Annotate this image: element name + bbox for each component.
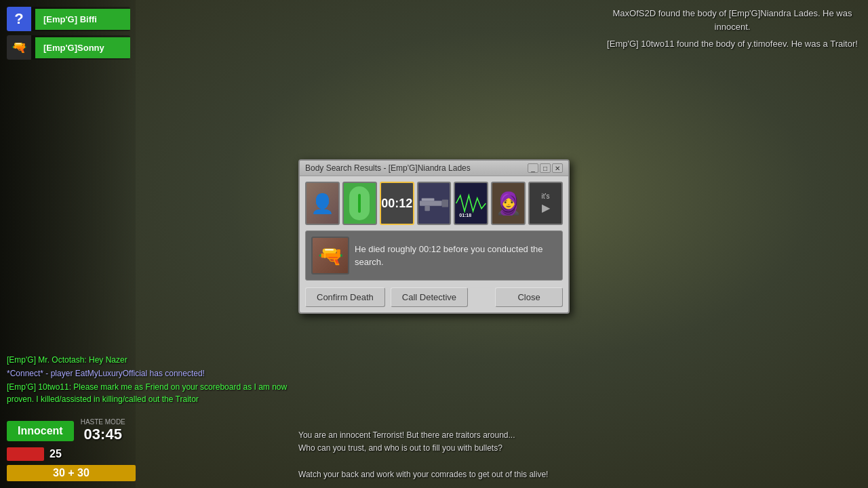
toggle-icon [349, 186, 370, 220]
close-button[interactable]: Close [495, 287, 563, 307]
toggle-line [358, 194, 361, 213]
arrow-icon: ▶ [542, 201, 550, 214]
svg-rect-2 [425, 206, 429, 211]
modal-maximize-button[interactable]: □ [540, 163, 551, 173]
confirm-death-button[interactable]: Confirm Death [305, 287, 385, 307]
svg-text:01:18: 01:18 [460, 213, 472, 218]
portrait-icon: 👤 [311, 192, 334, 215]
svg-rect-0 [419, 201, 441, 205]
evidence-row: 👤 00:12 [305, 182, 563, 225]
modal-controls: _ □ ✕ [528, 163, 563, 173]
svg-rect-3 [421, 199, 434, 201]
evidence-slot-gun[interactable] [417, 182, 452, 225]
character-icon: 🧕 [495, 190, 522, 216]
evidence-slot-wave[interactable]: 01:18 [454, 182, 488, 225]
gun-svg [418, 194, 450, 213]
info-icon: 🔫 [311, 237, 349, 274]
evidence-slot-partial[interactable]: it's ▶ [528, 182, 563, 225]
wave-svg: 01:18 [455, 183, 487, 224]
partial-label: it's [542, 192, 550, 200]
body-search-modal: Body Search Results - [Emp'G]Niandra Lad… [298, 159, 570, 314]
info-panel: 🔫 He died roughly 00:12 before you condu… [305, 230, 563, 281]
modal-title: Body Search Results - [Emp'G]Niandra Lad… [305, 163, 471, 173]
call-detective-button[interactable]: Call Detective [391, 287, 468, 307]
modal-titlebar: Body Search Results - [Emp'G]Niandra Lad… [300, 161, 568, 176]
evidence-slot-timer[interactable]: 00:12 [380, 182, 414, 225]
svg-rect-1 [441, 199, 448, 207]
modal-minimize-button[interactable]: _ [528, 163, 538, 173]
info-text: He died roughly 00:12 before you conduct… [355, 237, 557, 274]
modal-body: 👤 00:12 [300, 176, 568, 312]
partial-content: it's ▶ [542, 192, 550, 214]
modal-overlay: Body Search Results - [Emp'G]Niandra Lad… [0, 0, 868, 488]
modal-close-button[interactable]: ✕ [552, 163, 563, 173]
evidence-slot-portrait[interactable]: 👤 [305, 182, 340, 225]
evidence-slot-character[interactable]: 🧕 [491, 182, 526, 225]
timer-display: 00:12 [381, 197, 412, 211]
action-buttons: Confirm Death Call Detective Close [305, 287, 563, 307]
evidence-slot-toggle[interactable] [342, 182, 377, 225]
